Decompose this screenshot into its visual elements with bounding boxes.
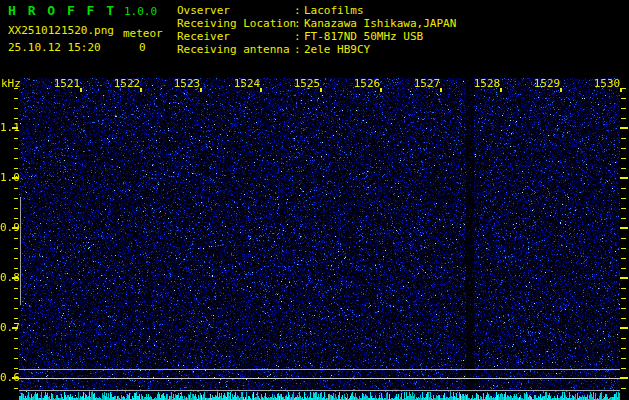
y-minor-tick-right [621, 318, 626, 319]
y-minor-tick-left [14, 158, 18, 159]
info-label: Receiving Location [177, 17, 294, 30]
x-minute-tick [140, 88, 142, 92]
datetime-label: 25.10.12 15:20 [8, 41, 101, 54]
y-minor-tick-left [14, 318, 18, 319]
y-minor-tick-left [14, 188, 18, 189]
y-minor-tick-left [14, 338, 18, 339]
x-axis-time-label: 1529 [533, 78, 561, 90]
y-minor-tick-left [14, 288, 18, 289]
y-minor-tick-right [621, 238, 626, 239]
x-minute-tick [620, 88, 622, 92]
mode-label: meteor [123, 27, 163, 40]
x-minute-tick [560, 88, 562, 92]
x-axis-time-label: 1526 [353, 78, 381, 90]
y-minor-tick-left [14, 388, 18, 389]
y-minor-tick-right [621, 118, 626, 119]
info-value: FT-817ND 50MHz USB [304, 30, 423, 43]
x-minute-tick [200, 88, 202, 92]
y-major-tick-right [620, 277, 628, 279]
y-minor-tick-left [14, 198, 18, 199]
y-major-tick-left [12, 327, 18, 329]
y-major-tick-left [12, 277, 18, 279]
y-major-tick-right [620, 177, 628, 179]
y-axis-tick-label: 0.8 [0, 272, 12, 283]
y-minor-tick-left [14, 218, 18, 219]
y-minor-tick-left [14, 248, 18, 249]
y-minor-tick-right [621, 308, 626, 309]
info-row-location: Receiving Location:Kanazawa Ishikawa,JAP… [177, 17, 627, 30]
y-axis-tick-label: 0.9 [0, 222, 12, 233]
x-minute-tick [500, 88, 502, 92]
y-minor-tick-right [621, 98, 626, 99]
y-minor-tick-right [621, 358, 626, 359]
y-minor-tick-right [621, 168, 626, 169]
y-minor-tick-right [621, 218, 626, 219]
y-major-tick-left [12, 127, 18, 129]
y-minor-tick-left [14, 88, 18, 89]
y-minor-tick-left [14, 258, 18, 259]
info-separator: : [294, 43, 304, 56]
x-axis-time-label: 1521 [53, 78, 81, 90]
y-minor-tick-right [621, 388, 626, 389]
output-filename: XX2510121520.png [8, 24, 114, 37]
spectrogram [19, 78, 620, 400]
y-minor-tick-left [14, 308, 18, 309]
x-axis-time-label: 1527 [413, 78, 441, 90]
hrofft-screen: H R O F F T 1.0.0 XX2510121520.png meteo… [0, 0, 629, 400]
y-minor-tick-right [621, 148, 626, 149]
y-major-tick-left [12, 227, 18, 229]
x-axis-time-label: 1524 [233, 78, 261, 90]
y-minor-tick-right [621, 368, 626, 369]
y-minor-tick-left [14, 98, 18, 99]
x-minute-tick [440, 88, 442, 92]
x-axis-time-label: 1522 [113, 78, 141, 90]
y-minor-tick-right [621, 348, 626, 349]
y-minor-tick-right [621, 138, 626, 139]
y-minor-tick-left [14, 238, 18, 239]
info-row-receiver: Receiver:FT-817ND 50MHz USB [177, 30, 627, 43]
y-minor-tick-right [621, 188, 626, 189]
x-minute-tick [80, 88, 82, 92]
y-minor-tick-left [14, 348, 18, 349]
x-minute-tick [320, 88, 322, 92]
info-separator: : [294, 4, 304, 17]
x-axis-time-label: 1525 [293, 78, 321, 90]
y-axis-tick-label: 0.7 [0, 322, 12, 333]
x-axis-time-label: 1528 [473, 78, 501, 90]
y-axis-tick-label: 1.0 [0, 172, 12, 183]
x-minute-tick [380, 88, 382, 92]
y-major-tick-right [620, 327, 628, 329]
y-minor-tick-right [621, 338, 626, 339]
app-title: H R O F F T [8, 3, 116, 18]
info-row-antenna: Receiving antenna:2ele HB9CY [177, 43, 627, 56]
y-major-tick-left [12, 177, 18, 179]
info-separator: : [294, 30, 304, 43]
y-minor-tick-left [14, 108, 18, 109]
echo-count: 0 [139, 41, 146, 54]
y-minor-tick-right [621, 198, 626, 199]
y-minor-tick-left [14, 208, 18, 209]
info-label: Receiver [177, 30, 294, 43]
y-minor-tick-right [621, 298, 626, 299]
y-minor-tick-right [621, 108, 626, 109]
y-major-tick-right [620, 377, 628, 379]
info-row-observer: Ovserver:Lacofilms [177, 4, 627, 17]
y-minor-tick-right [621, 288, 626, 289]
y-major-tick-right [620, 127, 628, 129]
station-info: Ovserver:Lacofilms Receiving Location:Ka… [177, 4, 627, 56]
info-value: Lacofilms [304, 4, 364, 17]
y-minor-tick-right [621, 258, 626, 259]
x-minute-tick [260, 88, 262, 92]
info-value: 2ele HB9CY [304, 43, 370, 56]
y-major-tick-right [620, 227, 628, 229]
y-minor-tick-left [14, 368, 18, 369]
info-label: Receiving antenna [177, 43, 294, 56]
x-axis-time-label: 1523 [173, 78, 201, 90]
y-minor-tick-left [14, 138, 18, 139]
info-separator: : [294, 17, 304, 30]
info-label: Ovserver [177, 4, 294, 17]
y-minor-tick-left [14, 268, 18, 269]
info-value: Kanazawa Ishikawa,JAPAN [304, 17, 456, 30]
y-minor-tick-right [621, 268, 626, 269]
y-minor-tick-left [14, 148, 18, 149]
